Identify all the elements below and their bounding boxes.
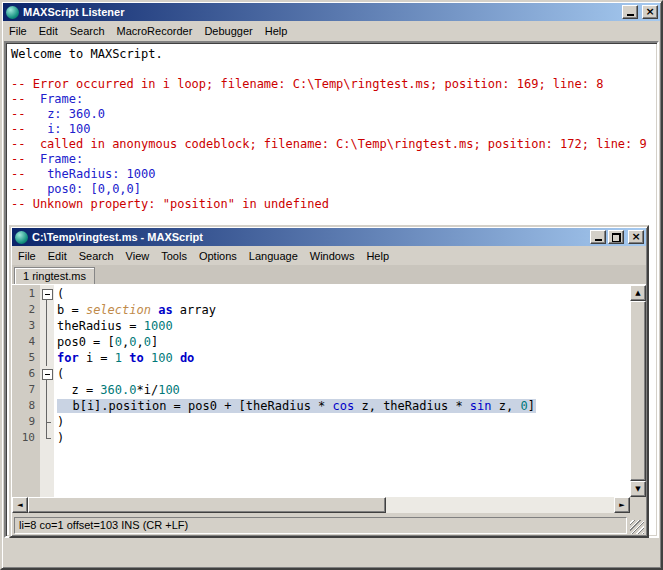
fold-guide xyxy=(40,414,54,430)
menu-item-search[interactable]: Search xyxy=(73,248,120,264)
editor-minimize-button[interactable] xyxy=(590,230,606,244)
horizontal-scroll-thumb[interactable] xyxy=(28,497,386,513)
scroll-down-icon: ▼ xyxy=(635,486,640,493)
maxscript-listener-window: MAXScript Listener × FileEditSearchMacro… xyxy=(0,0,663,570)
listener-close-button[interactable]: × xyxy=(642,5,658,19)
fold-guide xyxy=(40,398,54,414)
line-number: 10 xyxy=(12,430,40,446)
code-text: for i = 1 to 100 do xyxy=(54,350,194,366)
vertical-scroll-thumb[interactable] xyxy=(630,301,646,481)
menu-item-language[interactable]: Language xyxy=(243,248,304,264)
fold-guide xyxy=(40,318,54,334)
menu-item-view[interactable]: View xyxy=(120,248,156,264)
menu-item-help[interactable]: Help xyxy=(259,23,294,39)
editor-code[interactable]: 1(2b = selection as array3theRadius = 10… xyxy=(12,285,630,497)
code-line[interactable]: 4pos0 = [0,0,0] xyxy=(12,334,630,350)
editor-titlebar[interactable]: C:\Temp\ringtest.ms - MAXScript × xyxy=(12,228,646,246)
editor-title: C:\Temp\ringtest.ms - MAXScript xyxy=(30,231,588,243)
code-text: ) xyxy=(54,414,64,430)
fold-toggle-icon[interactable] xyxy=(40,366,54,382)
code-text: ( xyxy=(54,366,64,382)
fold-toggle-icon[interactable] xyxy=(40,286,54,302)
scroll-down-button[interactable]: ▼ xyxy=(630,481,646,497)
listener-line xyxy=(11,62,652,77)
menu-item-file[interactable]: File xyxy=(3,23,33,39)
editor-tabstrip: 1 ringtest.ms xyxy=(12,265,646,285)
status-text: li=8 co=1 offset=103 INS (CR +LF) xyxy=(14,517,627,534)
code-line[interactable]: 3theRadius = 1000 xyxy=(12,318,630,334)
menu-item-tools[interactable]: Tools xyxy=(155,248,193,264)
code-line[interactable]: 9) xyxy=(12,414,630,430)
line-number: 2 xyxy=(12,302,40,318)
editor-area: 1(2b = selection as array3theRadius = 10… xyxy=(12,285,646,513)
line-number: 9 xyxy=(12,414,40,430)
scroll-right-button[interactable]: ► xyxy=(614,497,630,513)
code-text: pos0 = [0,0,0] xyxy=(54,334,158,350)
line-number: 8 xyxy=(12,398,40,414)
code-line[interactable]: 7 z = 360.0*i/100 xyxy=(12,382,630,398)
maxscript-icon xyxy=(6,6,19,19)
listener-line: -- Frame: xyxy=(11,92,652,107)
vertical-scrollbar[interactable]: ▲ ▼ xyxy=(630,285,646,497)
tab-ringtest[interactable]: 1 ringtest.ms xyxy=(14,267,95,284)
editor-close-button[interactable]: × xyxy=(628,230,644,244)
listener-line: -- Frame: xyxy=(11,152,652,167)
menu-item-macrorecorder[interactable]: MacroRecorder xyxy=(111,23,199,39)
listener-minimize-button[interactable] xyxy=(622,5,638,19)
editor-restore-button[interactable] xyxy=(608,230,624,244)
menu-item-search[interactable]: Search xyxy=(64,23,111,39)
fold-guide xyxy=(40,382,54,398)
scroll-left-button[interactable]: ◄ xyxy=(12,497,28,513)
close-icon: × xyxy=(645,7,654,17)
code-line[interactable]: 8 b[i].position = pos0 + [theRadius * co… xyxy=(12,398,630,414)
listener-line: -- theRadius: 1000 xyxy=(11,167,652,182)
menu-item-help[interactable]: Help xyxy=(360,248,395,264)
line-number: 4 xyxy=(12,334,40,350)
line-number: 6 xyxy=(12,366,40,382)
editor-statusbar: li=8 co=1 offset=103 INS (CR +LF) xyxy=(12,513,646,535)
code-line[interactable]: 10) xyxy=(12,430,630,446)
line-number: 3 xyxy=(12,318,40,334)
menu-item-edit[interactable]: Edit xyxy=(42,248,73,264)
menu-item-edit[interactable]: Edit xyxy=(33,23,64,39)
menu-item-file[interactable]: File xyxy=(12,248,42,264)
code-text: z = 360.0*i/100 xyxy=(54,382,180,398)
listener-line: -- pos0: [0,0,0] xyxy=(11,182,652,197)
code-line[interactable]: 6( xyxy=(12,366,630,382)
fold-guide xyxy=(40,302,54,318)
listener-line: -- Unknown property: "position" in undef… xyxy=(11,197,652,212)
listener-line: -- z: 360.0 xyxy=(11,107,652,122)
scrollbar-corner xyxy=(630,497,646,513)
code-text: theRadius = 1000 xyxy=(54,318,173,334)
fold-guide xyxy=(40,430,54,446)
menu-item-windows[interactable]: Windows xyxy=(304,248,361,264)
minimize-icon xyxy=(595,239,602,241)
listener-line: Welcome to MAXScript. xyxy=(11,47,652,62)
code-line[interactable]: 5for i = 1 to 100 do xyxy=(12,350,630,366)
horizontal-scrollbar[interactable]: ◄ ► xyxy=(12,497,630,513)
listener-title: MAXScript Listener xyxy=(21,6,620,18)
scroll-up-icon: ▲ xyxy=(635,290,640,297)
listener-menubar: FileEditSearchMacroRecorderDebuggerHelp xyxy=(3,22,660,40)
line-number: 5 xyxy=(12,350,40,366)
code-text: b = selection as array xyxy=(54,302,216,318)
code-text: b[i].position = pos0 + [theRadius * cos … xyxy=(54,398,536,414)
code-text: ) xyxy=(54,430,64,446)
line-number: 1 xyxy=(12,286,40,302)
code-text: ( xyxy=(54,286,64,302)
menu-item-options[interactable]: Options xyxy=(193,248,243,264)
menu-item-debugger[interactable]: Debugger xyxy=(198,23,258,39)
code-line[interactable]: 2b = selection as array xyxy=(12,302,630,318)
maxscript-icon xyxy=(15,231,28,244)
listener-text: Welcome to MAXScript. -- Error occurred … xyxy=(6,43,657,216)
scroll-right-icon: ► xyxy=(619,502,624,509)
listener-line: -- i: 100 xyxy=(11,122,652,137)
fold-guide xyxy=(40,334,54,350)
line-number: 7 xyxy=(12,382,40,398)
editor-window: C:\Temp\ringtest.ms - MAXScript × FileEd… xyxy=(9,225,649,538)
listener-titlebar[interactable]: MAXScript Listener × xyxy=(3,3,660,21)
code-line[interactable]: 1( xyxy=(12,286,630,302)
listener-line: -- Error occurred in i loop; filename: C… xyxy=(11,77,652,92)
resize-grip[interactable] xyxy=(630,520,644,534)
scroll-up-button[interactable]: ▲ xyxy=(630,285,646,301)
